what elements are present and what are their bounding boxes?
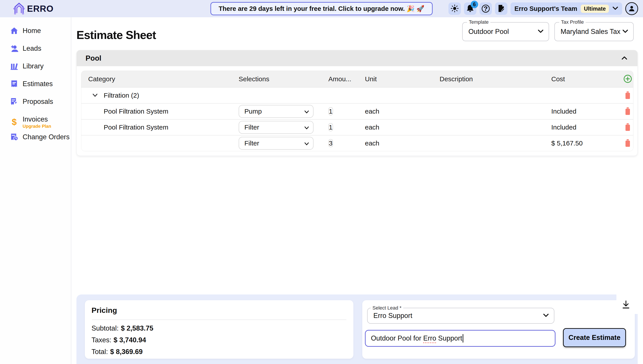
column-selections: Selections [239,75,328,83]
column-cost: Cost [551,75,622,83]
sidebar-item-library[interactable]: Library [0,61,71,71]
selection-select[interactable]: Filter [239,137,314,150]
logo-text: ERRO [27,4,54,14]
topbar: ERRO There are 29 days left in your free… [0,0,643,17]
pricing-title: Pricing [92,306,347,315]
theme-toggle-button[interactable] [448,2,461,15]
chevron-down-icon [92,93,98,98]
sidebar-item-label: Invoices [23,115,51,123]
create-estimate-button[interactable]: Create Estimate [563,328,626,347]
sidebar-item-home[interactable]: Home [0,26,71,36]
pool-items-table: Category Selections Amou... Unit Descrip… [81,71,633,151]
add-row-button[interactable] [623,74,632,84]
trial-banner[interactable]: There are 29 days left in your free tria… [211,2,433,15]
template-select[interactable]: Template Outdoor Pool [462,22,549,41]
tax-profile-select[interactable]: Tax Profile Maryland Sales Tax [554,22,634,41]
select-lead-dropdown[interactable]: Select Lead * Erro Support [367,308,554,324]
trial-banner-text: There are 29 days left in your free tria… [219,5,424,12]
sidebar-item-change-orders[interactable]: Change Orders [0,132,71,142]
team-selector[interactable]: Erro Support's Team Ultimate [510,2,622,15]
chevron-down-icon [537,29,544,34]
delete-row-button[interactable] [624,139,631,148]
cell-unit: each [365,124,440,131]
pool-section-header[interactable]: Pool [77,50,637,66]
selection-select-value: Filter [239,124,259,131]
person-add-icon [10,44,19,53]
taxes-value: $ 3,740.94 [114,336,146,344]
table-group-row: Filtration (2) [81,87,633,103]
notification-badge: 6 [471,1,478,8]
pool-section-card: Pool Category Selections Amou... Unit De… [77,50,638,156]
change-order-clock-icon [10,133,19,142]
sidebar-item-label: Home [23,27,41,35]
cell-cost: Included [551,108,622,115]
plus-circle-icon [623,74,632,84]
cell-unit: each [365,140,440,147]
dollar-icon: $ [10,118,19,126]
cell-category: Pool Filtration System [104,108,239,115]
trash-icon [624,139,631,148]
note-edit-icon [497,4,505,13]
cell-unit: each [365,108,440,115]
column-description: Description [440,75,551,83]
column-category: Category [81,75,239,83]
selection-select-value: Pump [239,108,262,115]
delete-row-button[interactable] [624,107,631,116]
create-estimate-card: Select Lead * Erro Support Outdoor Pool … [362,300,635,359]
notifications-button[interactable]: 6 [464,2,476,15]
library-books-icon [10,62,19,71]
help-icon: ? [482,5,490,12]
sidebar-item-invoices[interactable]: $ Invoices Upgrade Plan [0,114,71,130]
collapse-section-button[interactable] [621,56,628,61]
selection-select[interactable]: Pump [239,105,314,118]
sidebar-item-leads[interactable]: Leads [0,44,71,54]
tax-profile-select-label: Tax Profile [559,19,586,25]
chevron-down-icon [612,6,618,11]
table-row: Pool Filtration System Pump 1 each Inclu… [81,103,633,119]
table-row: Filter 3 each $ 5,167.50 [81,135,633,151]
select-lead-value: Erro Support [373,312,412,320]
pricing-card: Pricing Subtotal: $ 2,583.75 Taxes: $ 3,… [85,300,353,359]
total-label: Total: [92,348,108,356]
cell-cost: Included [551,124,622,131]
logo-house-icon [13,2,25,15]
sidebar-item-estimates[interactable]: Estimates [0,79,71,89]
amount-input[interactable]: 1 [328,123,333,131]
amount-input[interactable]: 3 [328,139,333,147]
amount-input[interactable]: 1 [328,107,333,115]
user-avatar-button[interactable] [625,2,638,15]
template-select-label: Template [467,19,490,25]
feedback-note-button[interactable] [495,2,507,15]
selection-select[interactable]: Filter [239,121,314,134]
proposal-send-icon [10,97,19,106]
help-button[interactable]: ? [479,2,492,15]
collapse-group-button[interactable] [92,93,98,98]
tax-profile-select-value: Maryland Sales Tax [560,28,620,36]
sidebar-item-label: Library [23,62,44,70]
download-button[interactable] [621,300,630,310]
estimate-name-input[interactable]: Outdoor Pool for Erro Support [365,330,555,347]
sun-icon [451,4,459,13]
sidebar-item-proposals[interactable]: Proposals [0,96,71,107]
subtotal-value: $ 2,583.75 [121,324,153,332]
trash-icon [624,107,631,116]
chevron-down-icon [543,313,549,318]
cell-category: Pool Filtration System [104,124,239,131]
group-label: Filtration (2) [104,92,239,99]
chevron-down-icon [622,29,628,34]
chevron-down-icon [299,108,309,115]
select-lead-label: Select Lead * [371,305,403,311]
delete-row-button[interactable] [624,123,631,132]
sidebar: Home Leads Library [0,17,71,364]
download-icon [621,300,630,310]
sidebar-item-label: Change Orders [23,133,70,141]
upgrade-plan-tag: Upgrade Plan [23,124,51,129]
logo[interactable]: ERRO [13,2,54,15]
trash-icon [624,91,631,100]
delete-group-button[interactable] [624,91,631,100]
home-icon [10,26,19,35]
estimate-name-text: Support [436,334,462,342]
column-unit: Unit [365,75,440,83]
table-header-row: Category Selections Amou... Unit Descrip… [81,71,633,87]
estimate-name-misspelled-word: Erro [423,334,436,342]
